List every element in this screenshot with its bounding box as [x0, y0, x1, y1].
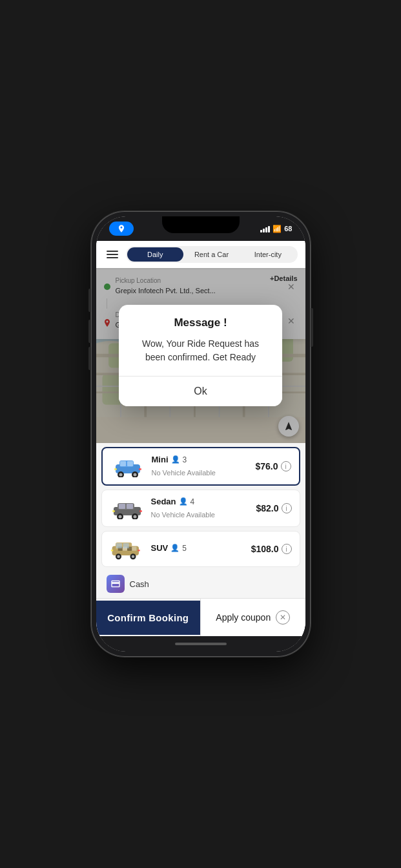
dialog-overlay: Message ! Wow, Your Ride Request has bee…: [96, 268, 305, 443]
svg-rect-39: [112, 510, 115, 512]
tab-group: Daily Rent a Car Inter-city: [126, 246, 298, 263]
apply-coupon-button[interactable]: Apply coupon ✕: [200, 599, 305, 636]
svg-rect-37: [119, 504, 125, 509]
home-indicator: [96, 636, 305, 652]
suv-info-button[interactable]: i: [282, 544, 292, 554]
phone-frame: 📶 68 Daily Rent a Car Inter-city: [91, 211, 311, 657]
coupon-close-icon[interactable]: ✕: [276, 610, 290, 625]
confirm-booking-button[interactable]: Confirm Booking: [96, 601, 201, 635]
dialog-ok-button[interactable]: Ok: [119, 377, 282, 406]
sedan-name-row: Sedan 👤 4: [151, 497, 250, 506]
status-bar: 📶 68: [96, 216, 305, 241]
mini-seats: 3: [183, 455, 187, 464]
svg-rect-28: [127, 461, 133, 466]
hamburger-menu[interactable]: [104, 248, 121, 261]
mini-status: No Vehicle Available: [152, 469, 216, 477]
payment-icon: [107, 575, 125, 593]
svg-rect-46: [132, 546, 136, 550]
svg-point-50: [131, 555, 134, 558]
wifi-icon: 📶: [272, 225, 282, 233]
svg-point-48: [117, 555, 120, 558]
payment-row[interactable]: Cash: [96, 571, 305, 598]
svg-rect-40: [139, 510, 142, 512]
vehicle-item-suv[interactable]: SUV 👤 5 $108.0 i: [101, 531, 300, 567]
svg-point-34: [118, 515, 121, 519]
coupon-label: Apply coupon: [216, 612, 271, 623]
sedan-status: No Vehicle Available: [151, 511, 215, 519]
dialog-title: Message !: [119, 305, 282, 335]
status-right: 📶 68: [260, 225, 292, 233]
dialog-message: Wow, Your Ride Request has been confirme…: [119, 335, 282, 376]
screen: 📶 68 Daily Rent a Car Inter-city: [96, 216, 305, 652]
suv-info: SUV 👤 5: [151, 543, 245, 555]
map-container: +Details Pickup Location Grepix Infotech…: [96, 268, 305, 443]
dialog-box: Message ! Wow, Your Ride Request has bee…: [119, 305, 282, 406]
sedan-name: Sedan: [151, 497, 176, 506]
vehicle-item-sedan[interactable]: Sedan 👤 4 No Vehicle Available $82.0 i: [101, 490, 300, 527]
svg-rect-51: [116, 543, 121, 548]
suv-name: SUV: [151, 543, 169, 553]
mini-price: $76.0: [255, 461, 278, 471]
svg-rect-53: [110, 550, 113, 552]
sedan-info-button[interactable]: i: [282, 503, 292, 513]
suv-person-icon: 👤: [170, 544, 180, 552]
svg-point-24: [119, 473, 122, 477]
svg-rect-54: [138, 550, 140, 552]
payment-method-label: Cash: [130, 579, 149, 589]
svg-rect-30: [139, 468, 141, 470]
app-logo-icon: [117, 224, 126, 233]
svg-rect-29: [114, 468, 117, 470]
tab-intercity[interactable]: Inter-city: [240, 247, 296, 262]
vehicle-item-mini[interactable]: Mini 👤 3 No Vehicle Available $76.0 i: [101, 447, 300, 486]
status-left: [109, 222, 134, 236]
svg-point-36: [133, 515, 136, 519]
suv-name-row: SUV 👤 5: [151, 543, 245, 553]
sedan-person-icon: 👤: [179, 497, 188, 506]
app-icon: [109, 222, 134, 236]
vehicle-list: Mini 👤 3 No Vehicle Available $76.0 i: [96, 443, 305, 598]
suv-car-image: [110, 538, 145, 560]
sedan-car-image: [110, 497, 145, 519]
mini-price-row: $76.0 i: [255, 461, 291, 471]
battery-level: 68: [284, 225, 292, 232]
sedan-seats: 4: [190, 497, 195, 506]
suv-price: $108.0: [251, 544, 279, 554]
mini-info-button[interactable]: i: [281, 461, 291, 471]
tab-daily[interactable]: Daily: [127, 247, 183, 262]
svg-rect-27: [120, 461, 126, 466]
mini-info: Mini 👤 3 No Vehicle Available: [152, 455, 249, 478]
home-bar: [175, 643, 227, 645]
mini-car-image: [110, 455, 145, 477]
sedan-info: Sedan 👤 4 No Vehicle Available: [151, 497, 250, 520]
app-content: Daily Rent a Car Inter-city +Details Pic…: [96, 241, 305, 636]
signal-icon: [260, 225, 270, 232]
bottom-bar: Confirm Booking Apply coupon ✕: [96, 598, 305, 636]
suv-seats: 5: [182, 544, 187, 553]
mini-name-row: Mini 👤 3: [152, 455, 249, 464]
sedan-price: $82.0: [256, 503, 278, 513]
phone-inner: 📶 68 Daily Rent a Car Inter-city: [96, 216, 305, 652]
svg-point-26: [133, 473, 136, 477]
tab-bar: Daily Rent a Car Inter-city: [96, 241, 305, 268]
suv-price-row: $108.0 i: [251, 544, 292, 554]
tab-rent[interactable]: Rent a Car: [183, 247, 240, 262]
mini-name: Mini: [152, 455, 169, 464]
mini-person-icon: 👤: [171, 455, 180, 464]
notch: [162, 216, 240, 233]
svg-rect-52: [123, 543, 129, 548]
svg-rect-38: [127, 504, 133, 509]
sedan-price-row: $82.0 i: [256, 503, 291, 513]
